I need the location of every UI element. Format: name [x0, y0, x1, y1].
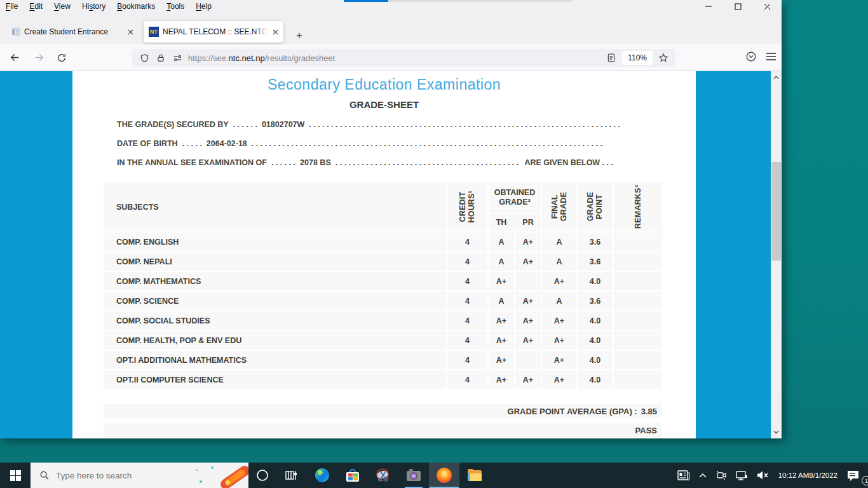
tracking-protection-shield-icon[interactable] — [136, 50, 153, 66]
header-credit-hours: CREDIT HOURS¹ — [447, 182, 487, 231]
page-subtitle: GRADE-SHEET — [72, 99, 696, 110]
clock-time: 10:12 AM — [778, 471, 810, 480]
remarks-cell — [614, 370, 662, 389]
header-remarks: REMARKS³ — [614, 182, 662, 231]
system-tray: 10:12 AM 8/1/2022 1 — [673, 463, 868, 488]
notification-badge: 1 — [862, 476, 868, 485]
tab-title: Create Student Entrance — [24, 27, 124, 36]
remarks-cell — [614, 292, 662, 310]
table-row: OPT.I ADDITIONAL MATHEMATICS4A+A+4.0 — [104, 351, 662, 369]
taskbar-file-explorer-icon[interactable] — [459, 463, 490, 488]
taskbar-search-box[interactable] — [31, 463, 248, 488]
news-widgets-icon[interactable] — [673, 463, 695, 488]
search-highlight-art-icon — [188, 463, 248, 488]
page-viewport: Secondary Education Examination GRADE-SH… — [0, 71, 782, 438]
remarks-cell — [614, 311, 662, 330]
examination-year-line: IN THE ANNUAL SEE EXAMINATION OF. . . . … — [117, 158, 613, 169]
menu-view[interactable]: View — [48, 1, 76, 12]
table-row: COMP. MATHEMATICS4A+A+4.0 — [104, 272, 662, 290]
menu-bookmarks[interactable]: Bookmarks — [111, 1, 161, 12]
tab-title-fade — [109, 27, 124, 36]
header-th: TH — [489, 214, 514, 230]
menu-help[interactable]: Help — [190, 1, 217, 12]
firefox-window: File Edit View History Bookmarks Tools H… — [0, 0, 782, 438]
network-icon[interactable] — [731, 463, 752, 488]
window-controls — [694, 0, 782, 13]
gradesheet-card: Secondary Education Examination GRADE-SH… — [72, 71, 696, 438]
menu-history[interactable]: History — [76, 1, 111, 12]
url-text: https://see.ntc.net.np/results/gradeshee… — [188, 53, 603, 63]
task-view-button[interactable] — [276, 463, 307, 488]
windows-taskbar: 10:12 AM 8/1/2022 1 — [0, 463, 868, 488]
taskbar-firefox-icon[interactable] — [429, 463, 459, 488]
table-row: COMP. SOCIAL STUDIES4A+A+A+4.0 — [104, 311, 662, 330]
result-value: PASS — [635, 426, 657, 435]
taskbar-edge-icon[interactable] — [307, 463, 337, 488]
header-grade-point: GRADE POINT — [578, 182, 613, 231]
tab-create-student-entrance[interactable]: Create Student Entrance — [6, 21, 139, 43]
header-pr: PR — [515, 214, 541, 230]
exam-year: 2078 BS — [300, 158, 331, 167]
scroll-up-arrow[interactable] — [771, 72, 782, 83]
clock-date: 8/1/2022 — [809, 471, 837, 480]
back-button[interactable] — [5, 48, 24, 67]
loading-progress-track — [388, 0, 573, 2]
nepal-telecom-favicon: NT — [149, 27, 159, 37]
table-row: COMP. SCIENCE4AA+A3.6 — [104, 292, 662, 310]
scrollbar-thumb[interactable] — [771, 162, 781, 261]
reader-mode-icon[interactable] — [603, 50, 620, 66]
remarks-cell — [614, 252, 662, 271]
minimize-button[interactable] — [694, 0, 723, 13]
tab-title-fade — [254, 27, 269, 36]
zoom-level-button[interactable]: 110% — [622, 51, 653, 65]
action-center-button[interactable]: 1 — [843, 463, 868, 488]
tab-nepal-telecom-active[interactable]: NT NEPAL TELECOM :: SEE.NTC.NET — [144, 21, 283, 43]
volume-muted-icon[interactable] — [752, 463, 773, 488]
header-subjects: SUBJECTS — [104, 182, 446, 231]
menu-bar: File Edit View History Bookmarks Tools H… — [0, 0, 782, 13]
page-favicon-icon — [11, 27, 20, 36]
start-button[interactable] — [0, 463, 31, 488]
menu-file[interactable]: File — [0, 1, 24, 12]
desktop-background: File Edit View History Bookmarks Tools H… — [0, 0, 868, 488]
taskbar-camera-icon[interactable] — [398, 463, 429, 488]
cortana-button[interactable] — [248, 463, 276, 488]
close-button[interactable] — [752, 0, 782, 13]
tab-close-icon[interactable] — [273, 29, 278, 35]
pocket-icon[interactable] — [745, 51, 757, 65]
result-line: PASS — [104, 423, 662, 437]
search-icon — [39, 470, 50, 480]
taskbar-snipping-tool-icon[interactable] — [368, 463, 398, 488]
remarks-cell — [614, 272, 662, 290]
vertical-scrollbar[interactable] — [771, 71, 782, 438]
tab-title: NEPAL TELECOM :: SEE.NTC.NET — [163, 27, 269, 36]
gpa-line: GRADE POINT AVERAGE (GPA) :3.85 — [104, 404, 662, 418]
taskbar-store-icon[interactable] — [337, 463, 368, 488]
table-row: COMP. HEALTH, POP & ENV EDU4A+A+A+4.0 — [104, 331, 662, 349]
search-input[interactable] — [56, 471, 170, 480]
toolbar-right-icons — [745, 49, 776, 67]
maximize-button[interactable] — [723, 0, 752, 13]
date-of-birth-line: DATE OF BIRTH. . . . .2064-02-18. . . . … — [117, 139, 609, 150]
scroll-down-arrow[interactable] — [771, 427, 782, 437]
symbol-number: 01802707W — [262, 120, 304, 129]
table-row: OPT.II COMPUTER SCIENCE4A+A+A+4.0 — [104, 370, 662, 389]
header-final-grade: FINAL GRADE — [542, 182, 576, 231]
url-bar[interactable]: https://see.ntc.net.np/results/gradeshee… — [132, 49, 675, 67]
permissions-toggles-icon[interactable] — [169, 50, 186, 66]
forward-button[interactable] — [29, 48, 48, 67]
hamburger-menu-icon[interactable] — [766, 52, 776, 64]
reload-button[interactable] — [52, 48, 71, 67]
new-tab-button[interactable]: + — [290, 26, 309, 45]
menu-tools[interactable]: Tools — [161, 1, 190, 12]
camera-in-use-icon[interactable] — [711, 463, 731, 488]
page-title: Secondary Education Examination — [72, 76, 696, 93]
bookmark-star-icon[interactable] — [655, 50, 672, 66]
hidden-icons-chevron[interactable] — [695, 463, 711, 488]
tab-strip: Create Student Entrance NT NEPAL TELECOM… — [0, 13, 782, 44]
menu-edit[interactable]: Edit — [24, 1, 48, 12]
taskbar-clock[interactable]: 10:12 AM 8/1/2022 — [773, 463, 843, 488]
remarks-cell — [614, 233, 662, 251]
tab-close-icon[interactable] — [128, 29, 133, 35]
lock-icon[interactable] — [153, 50, 169, 66]
